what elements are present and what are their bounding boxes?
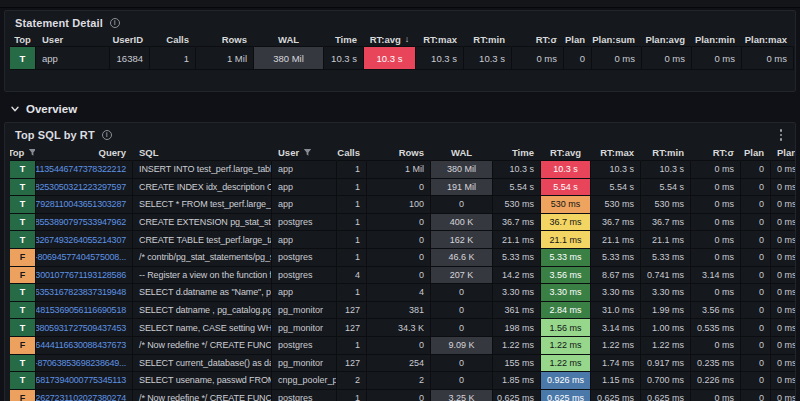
col-header-plan[interactable]: Plan <box>741 144 771 161</box>
panel-menu-icon[interactable] <box>777 127 786 143</box>
col-header-label: WAL <box>451 147 472 158</box>
rt-avg-badge: 10.3 s <box>364 47 416 70</box>
cell-calls: 127 <box>337 355 367 373</box>
filter-icon[interactable] <box>303 148 312 157</box>
query-id-link[interactable]: -4815369056116690518 <box>36 302 133 320</box>
cell-rt-sigma: 0 ms <box>691 196 741 214</box>
cell-time: 1.22 ms <box>493 337 541 355</box>
col-header-label: Calls <box>166 34 189 45</box>
filter-icon[interactable] <box>28 148 36 157</box>
top-flag-badge: T <box>10 214 36 232</box>
col-header-plan-min[interactable]: Plan:min <box>692 32 742 47</box>
cell-rt-min: 1.22 ms <box>641 337 691 355</box>
rt-avg-badge: 530 ms <box>541 196 591 214</box>
rt-avg-badge: 2.84 ms <box>541 302 591 320</box>
query-id-link[interactable]: -8553890797533947962 <box>36 214 133 232</box>
col-header-top[interactable]: Top <box>10 144 36 161</box>
col-header-plan[interactable]: Plan <box>564 32 592 47</box>
cell-plan: 0 <box>741 355 771 373</box>
col-header-sql[interactable]: SQL <box>133 144 272 161</box>
cell-rows: 0 <box>367 231 431 249</box>
cell-rt-max: 0.625 ms <box>591 390 641 401</box>
cell-time: 10.3 s <box>324 47 364 70</box>
col-header-calls[interactable]: Calls <box>337 144 367 161</box>
cell-rows: 0 <box>367 179 431 197</box>
col-header-label: UserID <box>112 34 143 45</box>
col-header-label: Plan:sum <box>592 34 635 45</box>
cell-sql: INSERT INTO test_perf.large_table (n <box>133 161 272 179</box>
cell-wal: 0 <box>431 319 493 337</box>
query-id-link[interactable]: -80694577404575008... <box>36 249 133 267</box>
col-header-label: RT:avg <box>370 34 401 45</box>
cell-rt-max: 10.3 s <box>416 47 464 70</box>
col-header-wal[interactable]: WAL <box>431 144 493 161</box>
cell-calls: 1 <box>337 284 367 302</box>
cell-sql: CREATE TABLE test_perf.large_table <box>133 231 272 249</box>
cell-rt-min: 1.00 ms <box>641 319 691 337</box>
col-header-plan-sum[interactable]: Plan:sum <box>592 32 642 47</box>
col-header-plan-sum[interactable]: Plan:sum <box>771 144 796 161</box>
cell-plan-sum: 0 ms <box>771 179 796 197</box>
col-header-rt-sigma[interactable]: RT:σ <box>512 32 564 47</box>
col-header-rows[interactable]: Rows <box>367 144 431 161</box>
cell-sql: /* contrib/pg_stat_statements/pg_sta <box>133 249 272 267</box>
cell-rt-sigma: 0 ms <box>691 249 741 267</box>
cell-rt-sigma: 0.235 ms <box>691 355 741 373</box>
query-id-link[interactable]: 7928110043651303287 <box>36 196 133 214</box>
cell-rt-max: 21.1 ms <box>591 231 641 249</box>
table-row: T-8553890797533947962CREATE EXTENSION pg… <box>5 214 795 232</box>
col-header-plan-max[interactable]: Plan:max <box>742 32 794 47</box>
cell-calls: 1 <box>337 390 367 401</box>
cell-calls: 127 <box>337 302 367 320</box>
cell-user: app <box>36 47 110 70</box>
cell-plan-sum: 0 ms <box>771 319 796 337</box>
query-id-link[interactable]: -87063853698238649... <box>36 355 133 373</box>
col-header-time[interactable]: Time <box>493 144 541 161</box>
col-header-rt-avg[interactable]: RT:avg <box>541 144 591 161</box>
query-id-link[interactable]: 3805931727509437453 <box>36 319 133 337</box>
col-header-time[interactable]: Time <box>324 32 364 47</box>
cell-rows: 100 <box>367 196 431 214</box>
col-header-query[interactable]: Query <box>36 144 133 161</box>
col-header-label: Plan <box>565 34 585 45</box>
col-header-rows[interactable]: Rows <box>196 32 254 47</box>
cell-calls: 2 <box>337 372 367 390</box>
col-header-user[interactable]: User <box>272 144 337 161</box>
top-flag-badge: T <box>10 231 36 249</box>
col-header-user[interactable]: User <box>36 32 110 47</box>
table-header-row: TopQuerySQLUserCallsRowsWALTimeRT:avgRT:… <box>5 144 795 161</box>
cell-rt-sigma: 0 ms <box>691 390 741 401</box>
cell-plan-sum: 0 ms <box>771 284 796 302</box>
cell-calls: 1 <box>337 337 367 355</box>
col-header-calls[interactable]: Calls <box>150 32 196 47</box>
cell-calls: 1 <box>337 196 367 214</box>
cell-plan-sum: 0 ms <box>771 267 796 285</box>
col-header-rt-min[interactable]: RT:min <box>464 32 512 47</box>
query-id-link[interactable]: -6353167823837319948 <box>36 284 133 302</box>
col-header-rt-avg[interactable]: RT:avg↓ <box>364 32 416 47</box>
query-id-link[interactable]: 1135446747378322212 <box>36 161 133 179</box>
col-header-rt-max[interactable]: RT:max <box>416 32 464 47</box>
col-header-label: RT:min <box>473 34 505 45</box>
info-icon[interactable]: i <box>110 18 120 28</box>
query-id-link[interactable]: 2627231102027380274 <box>36 390 133 401</box>
overview-row-toggle[interactable]: Overview <box>10 101 800 117</box>
query-id-link[interactable]: 3267493264055214307 <box>36 231 133 249</box>
col-header-rt-max[interactable]: RT:max <box>591 144 641 161</box>
cell-wal: 0 <box>431 372 493 390</box>
query-id-link[interactable]: -3001077671193128586 <box>36 267 133 285</box>
query-id-link[interactable]: -8253050321223297597 <box>36 179 133 197</box>
col-header-rt-sigma[interactable]: RT:σ <box>691 144 741 161</box>
col-header-top[interactable]: Top <box>10 32 36 47</box>
col-header-plan-avg[interactable]: Plan:avg <box>642 32 692 47</box>
info-icon[interactable]: i <box>102 130 112 140</box>
col-header-rt-min[interactable]: RT:min <box>641 144 691 161</box>
col-header-user-id[interactable]: UserID <box>110 32 150 47</box>
query-id-link[interactable]: -6444116630088437673 <box>36 337 133 355</box>
query-id-link[interactable]: 6817394000775345113 <box>36 372 133 390</box>
cell-user-id: 16384 <box>110 47 150 70</box>
col-header-wal[interactable]: WAL <box>254 32 324 47</box>
cell-rt-sigma: 0.535 ms <box>691 319 741 337</box>
top-flag-badge: F <box>10 390 36 401</box>
cell-rows: 2 <box>367 372 431 390</box>
